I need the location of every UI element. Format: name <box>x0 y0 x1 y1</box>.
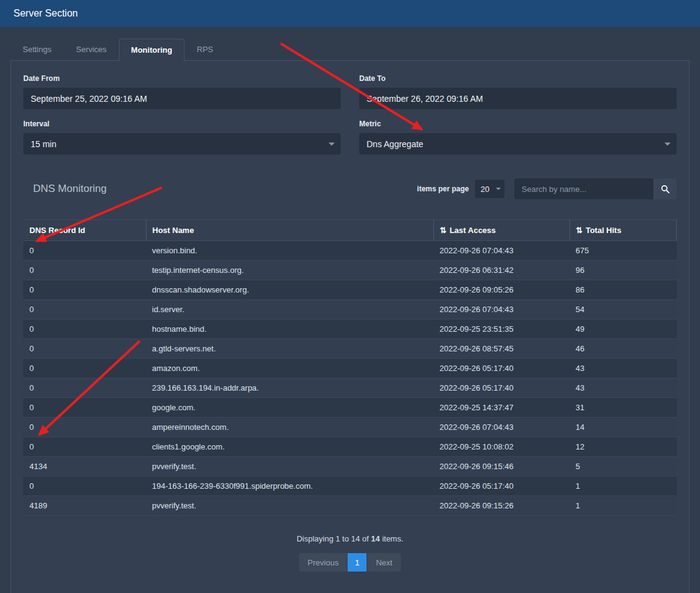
cell-last-access: 2022-09-26 05:17:40 <box>433 378 569 398</box>
cell-last-access: 2022-09-26 08:57:45 <box>433 339 569 359</box>
cell-total-hits: 43 <box>569 378 677 398</box>
metric-select[interactable]: Dns Aggregate <box>359 133 677 155</box>
cell-total-hits: 43 <box>569 359 677 378</box>
next-page-button[interactable]: Next <box>367 553 401 572</box>
cell-last-access: 2022-09-26 07:04:43 <box>433 300 569 319</box>
interval-label: Interval <box>23 120 341 128</box>
cell-dns-record-id: 0 <box>23 359 146 378</box>
cell-last-access: 2022-09-25 10:08:02 <box>433 437 569 457</box>
cell-total-hits: 1 <box>569 496 677 516</box>
tab-settings[interactable]: Settings <box>10 38 64 60</box>
cell-host-name: pvverify.test. <box>146 457 433 476</box>
page-1-button[interactable]: 1 <box>348 553 367 572</box>
table-row: 0a.gtld-servers.net.2022-09-26 08:57:454… <box>23 339 677 359</box>
cell-last-access: 2022-09-26 05:17:40 <box>433 359 569 378</box>
date-from-input[interactable] <box>23 88 341 109</box>
interval-value: 15 min <box>31 139 56 149</box>
cell-host-name: google.com. <box>146 398 433 418</box>
cell-dns-record-id: 0 <box>23 418 146 437</box>
table-row: 0239.166.163.194.in-addr.arpa.2022-09-26… <box>23 378 677 398</box>
cell-host-name: 194-163-166-239-6330f991.spiderprobe.com… <box>146 476 433 496</box>
cell-last-access: 2022-09-25 14:37:47 <box>433 398 569 418</box>
cell-dns-record-id: 0 <box>23 280 146 300</box>
table-body: 0version.bind.2022-09-26 07:04:436750tes… <box>23 241 677 516</box>
cell-host-name: clients1.google.com. <box>146 437 433 457</box>
table-row: 0google.com.2022-09-25 14:37:4731 <box>23 398 677 418</box>
cell-host-name: version.bind. <box>146 241 433 261</box>
cell-last-access: 2022-09-26 09:15:26 <box>433 496 569 516</box>
items-per-page-select[interactable]: 20 <box>475 180 504 198</box>
pagination: Previous 1 Next <box>23 553 677 572</box>
tab-bar: Settings Services Monitoring RPS <box>0 38 700 60</box>
cell-dns-record-id: 0 <box>23 241 146 261</box>
table-row: 0hostname.bind.2022-09-25 23:51:3549 <box>23 319 677 339</box>
cell-host-name: dnsscan.shadowserver.org. <box>146 280 433 300</box>
filter-form: Date From Date To Interval 15 min Metric… <box>23 74 677 155</box>
previous-page-button[interactable]: Previous <box>299 553 348 572</box>
header-bar: Server Section <box>0 0 700 27</box>
cell-dns-record-id: 4134 <box>23 457 146 476</box>
table-row: 0id.server.2022-09-26 07:04:4354 <box>23 300 677 319</box>
table-row: 4189pvverify.test.2022-09-26 09:15:261 <box>23 496 677 516</box>
column-header-dns-record-id: DNS Record Id <box>23 220 146 241</box>
chevron-down-icon <box>329 142 335 145</box>
table-row: 0clients1.google.com.2022-09-25 10:08:02… <box>23 437 677 457</box>
table-row: 0dnsscan.shadowserver.org.2022-09-26 09:… <box>23 280 677 300</box>
table-row: 0ampereinnotech.com.2022-09-26 07:04:431… <box>23 418 677 437</box>
cell-total-hits: 54 <box>569 300 677 319</box>
metric-value: Dns Aggregate <box>367 139 424 149</box>
cell-last-access: 2022-09-26 07:04:43 <box>433 241 569 261</box>
cell-last-access: 2022-09-25 23:51:35 <box>433 319 569 339</box>
results-summary: Displaying 1 to 14 of 14 items. <box>23 534 677 543</box>
cell-total-hits: 1 <box>569 476 677 496</box>
monitoring-panel: Date From Date To Interval 15 min Metric… <box>10 60 690 593</box>
table-row: 0version.bind.2022-09-26 07:04:43675 <box>23 241 677 261</box>
sort-icon: ⇅ <box>440 226 447 235</box>
table-row: 0194-163-166-239-6330f991.spiderprobe.co… <box>23 476 677 496</box>
cell-dns-record-id: 0 <box>23 319 146 339</box>
chevron-down-icon <box>496 188 501 190</box>
table-header-row: DNS Record Id Host Name ⇅Last Access ⇅To… <box>23 220 677 241</box>
cell-dns-record-id: 0 <box>23 437 146 457</box>
cell-total-hits: 86 <box>569 280 677 300</box>
cell-total-hits: 31 <box>569 398 677 418</box>
cell-total-hits: 675 <box>569 241 677 261</box>
cell-dns-record-id: 4189 <box>23 496 146 516</box>
cell-total-hits: 14 <box>569 418 677 437</box>
tab-rps[interactable]: RPS <box>185 38 226 60</box>
cell-host-name: amazon.com. <box>146 359 433 378</box>
date-to-label: Date To <box>359 74 677 83</box>
cell-host-name: 239.166.163.194.in-addr.arpa. <box>146 378 433 398</box>
interval-select[interactable]: 15 min <box>23 133 341 155</box>
cell-total-hits: 5 <box>569 457 677 476</box>
cell-last-access: 2022-09-26 09:05:26 <box>433 280 569 300</box>
column-header-last-access[interactable]: ⇅Last Access <box>433 220 569 241</box>
search-box <box>514 178 677 199</box>
cell-total-hits: 96 <box>569 261 677 280</box>
search-button[interactable] <box>653 178 677 199</box>
chevron-down-icon <box>664 142 671 145</box>
table-row: 0amazon.com.2022-09-26 05:17:4043 <box>23 359 677 378</box>
cell-last-access: 2022-09-26 06:31:42 <box>433 261 569 280</box>
table-row: 0testip.internet-census.org.2022-09-26 0… <box>23 261 677 280</box>
table-section-head: DNS Monitoring items per page 20 <box>23 174 677 204</box>
column-header-host-name: Host Name <box>146 220 433 241</box>
items-per-page-label: items per page <box>417 185 469 193</box>
page-title: Server Section <box>13 8 78 19</box>
cell-dns-record-id: 0 <box>23 398 146 418</box>
cell-host-name: pvverify.test. <box>146 496 433 516</box>
date-to-input[interactable] <box>359 88 677 109</box>
cell-dns-record-id: 0 <box>23 339 146 359</box>
items-per-page-value: 20 <box>481 185 489 194</box>
cell-last-access: 2022-09-26 05:17:40 <box>433 476 569 496</box>
cell-dns-record-id: 0 <box>23 476 146 496</box>
search-input[interactable] <box>514 178 653 199</box>
cell-last-access: 2022-09-26 07:04:43 <box>433 418 569 437</box>
cell-total-hits: 46 <box>569 339 677 359</box>
tab-services[interactable]: Services <box>64 38 119 60</box>
section-title: DNS Monitoring <box>33 183 107 195</box>
tab-monitoring[interactable]: Monitoring <box>119 39 185 61</box>
cell-host-name: a.gtld-servers.net. <box>146 339 433 359</box>
cell-total-hits: 12 <box>569 437 677 457</box>
column-header-total-hits[interactable]: ⇅Total Hits <box>569 220 677 241</box>
